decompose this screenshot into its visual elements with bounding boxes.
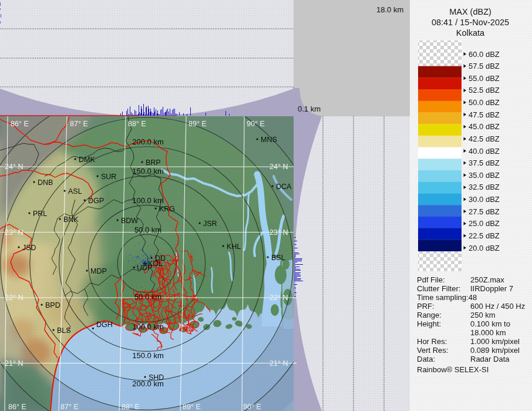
svg-text:100.0 km: 100.0 km <box>132 322 163 331</box>
svg-text:0.1 km: 0.1 km <box>298 105 321 113</box>
svg-text:150.0 km: 150.0 km <box>132 167 163 176</box>
svg-text:22° N: 22° N <box>270 294 288 302</box>
svg-text:87° E: 87° E <box>70 120 88 128</box>
svg-text:DMK: DMK <box>79 156 95 164</box>
svg-text:18.000 km: 18.000 km <box>470 328 506 337</box>
svg-text:27.5 dBZ: 27.5 dBZ <box>469 207 500 216</box>
svg-text:Time sampling:48: Time sampling:48 <box>417 293 477 302</box>
svg-text:KRG: KRG <box>159 205 175 213</box>
svg-text:47.5 dBZ: 47.5 dBZ <box>469 110 500 119</box>
svg-text:BSL: BSL <box>271 254 285 262</box>
svg-text:UDP: UDP <box>137 264 152 272</box>
svg-text:BDW: BDW <box>121 217 138 225</box>
svg-text:57.5 dBZ: 57.5 dBZ <box>469 62 500 70</box>
svg-text:88° E: 88° E <box>128 120 146 128</box>
svg-text:MDP: MDP <box>90 267 107 275</box>
svg-text:08:41 / 15-Nov-2025: 08:41 / 15-Nov-2025 <box>432 18 509 27</box>
svg-text:24° N: 24° N <box>5 163 23 171</box>
svg-text:MNS: MNS <box>261 136 277 144</box>
svg-text:88° E: 88° E <box>122 403 140 411</box>
svg-text:250Z.max: 250Z.max <box>470 275 504 284</box>
svg-text:23° N: 23° N <box>270 228 288 237</box>
svg-text:Data:: Data: <box>417 355 435 363</box>
svg-text:Vert Res:: Vert Res: <box>417 346 448 355</box>
svg-text:50.0 km: 50.0 km <box>134 292 161 301</box>
svg-text:BLS: BLS <box>57 326 71 335</box>
svg-text:18.0 km: 18.0 km <box>376 5 403 14</box>
svg-text:20.0 dBZ: 20.0 dBZ <box>469 244 500 252</box>
svg-text:40.0 dBZ: 40.0 dBZ <box>469 147 500 156</box>
svg-text:0.089 km/pixel: 0.089 km/pixel <box>470 346 520 355</box>
svg-text:PRF:: PRF: <box>417 302 435 311</box>
svg-text:21° N: 21° N <box>5 359 23 368</box>
svg-text:24° N: 24° N <box>270 163 288 171</box>
svg-text:42.5 dBZ: 42.5 dBZ <box>469 134 500 143</box>
svg-text:86° E: 86° E <box>8 403 26 411</box>
svg-text:100.0 km: 100.0 km <box>132 196 163 205</box>
svg-text:21° N: 21° N <box>270 359 288 368</box>
svg-text:SUR: SUR <box>101 173 116 181</box>
svg-text:150.0 km: 150.0 km <box>132 351 163 360</box>
svg-text:BPD: BPD <box>45 301 60 309</box>
svg-text:0.100 km to: 0.100 km to <box>470 319 510 328</box>
svg-text:BNK: BNK <box>63 215 79 224</box>
svg-text:87° E: 87° E <box>60 403 79 411</box>
svg-text:23° N: 23° N <box>5 228 23 237</box>
svg-text:BRP: BRP <box>146 159 161 167</box>
svg-text:PRL: PRL <box>33 210 47 218</box>
svg-text:50.0 dBZ: 50.0 dBZ <box>469 98 500 107</box>
svg-text:55.0 dBZ: 55.0 dBZ <box>469 74 500 83</box>
svg-text:ASL: ASL <box>68 187 82 196</box>
svg-text:90° E: 90° E <box>247 120 265 128</box>
svg-text:60.0 dBZ: 60.0 dBZ <box>469 50 500 59</box>
svg-text:22° N: 22° N <box>5 294 23 302</box>
svg-text:SHD: SHD <box>149 373 164 382</box>
svg-text:25.0 dBZ: 25.0 dBZ <box>469 219 500 228</box>
svg-text:Pdf File:: Pdf File: <box>417 275 445 284</box>
svg-text:Kolkata: Kolkata <box>456 28 485 38</box>
svg-text:89° E: 89° E <box>188 120 207 128</box>
svg-text:22.5 dBZ: 22.5 dBZ <box>469 231 500 240</box>
svg-text:JSD: JSD <box>22 244 36 252</box>
svg-text:Clutter Filter:: Clutter Filter: <box>417 284 460 293</box>
svg-text:Radar Data: Radar Data <box>470 355 510 363</box>
svg-text:89° E: 89° E <box>183 403 201 411</box>
svg-text:30.0 dBZ: 30.0 dBZ <box>469 195 500 204</box>
svg-text:1.000 km/pixel: 1.000 km/pixel <box>470 337 520 346</box>
svg-text:32.5 dBZ: 32.5 dBZ <box>469 183 500 191</box>
svg-text:IIRDoppler 7: IIRDoppler 7 <box>470 284 513 293</box>
svg-text:200.0 km: 200.0 km <box>132 137 163 146</box>
svg-text:DGP: DGP <box>88 197 104 205</box>
svg-text:45.0 dBZ: 45.0 dBZ <box>469 122 500 131</box>
svg-text:Hor Res:: Hor Res: <box>417 337 447 346</box>
svg-text:KHL: KHL <box>227 242 241 251</box>
svg-text:Height:: Height: <box>417 319 441 328</box>
svg-text:35.0 dBZ: 35.0 dBZ <box>469 171 500 180</box>
svg-text:52.5 dBZ: 52.5 dBZ <box>469 86 500 95</box>
svg-text:50.0 km: 50.0 km <box>134 225 161 234</box>
svg-text:86° E: 86° E <box>11 120 29 128</box>
svg-text:DGH: DGH <box>96 321 113 329</box>
svg-text:JSR: JSR <box>203 220 217 228</box>
svg-text:DNB: DNB <box>38 178 53 187</box>
svg-text:Rainbow® SELEX-SI: Rainbow® SELEX-SI <box>417 365 489 374</box>
svg-text:37.5 dBZ: 37.5 dBZ <box>469 159 500 167</box>
svg-text:600 Hz / 450 Hz: 600 Hz / 450 Hz <box>470 302 525 311</box>
svg-text:MAX (dBZ): MAX (dBZ) <box>449 7 491 16</box>
svg-text:Range:: Range: <box>417 311 442 319</box>
svg-text:250 km: 250 km <box>470 311 496 319</box>
svg-text:90° E: 90° E <box>243 403 261 411</box>
svg-text:DCA: DCA <box>276 183 292 191</box>
